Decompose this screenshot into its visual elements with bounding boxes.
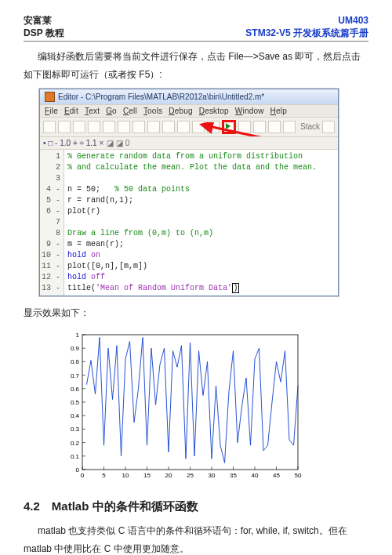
svg-text:0: 0 <box>81 472 85 479</box>
code-line: Draw a line from (0,m) to (n,m) <box>67 228 317 239</box>
svg-text:0.5: 0.5 <box>71 399 80 406</box>
code-line: plot([0,n],[m,m]) <box>67 261 317 272</box>
code-line: r = rand(n,1); <box>67 195 317 206</box>
svg-text:0.8: 0.8 <box>71 358 80 365</box>
svg-text:50: 50 <box>295 472 302 479</box>
tool-icon[interactable] <box>253 121 266 133</box>
svg-text:0.1: 0.1 <box>71 453 80 460</box>
line-number: 9 - <box>42 239 60 250</box>
line-number: 1 <box>42 151 60 162</box>
menu-file[interactable]: File <box>45 107 58 115</box>
svg-text:0.9: 0.9 <box>71 345 80 352</box>
header-rule <box>24 41 368 42</box>
cell-controls: • □ - 1.0 + ÷ 1.1 × <box>43 139 103 147</box>
section-title: 4.2 Matlab 中的条件和循环函数 <box>24 499 368 514</box>
editor-toolbar: Stack <box>40 118 338 137</box>
svg-text:45: 45 <box>273 472 280 479</box>
svg-text:0.2: 0.2 <box>71 439 80 446</box>
paste-icon[interactable] <box>118 121 130 133</box>
cut-icon[interactable] <box>88 121 100 133</box>
svg-text:0.7: 0.7 <box>71 372 80 379</box>
menu-window[interactable]: Window <box>235 107 264 115</box>
redo-icon[interactable] <box>147 121 160 133</box>
stack-label: Stack <box>300 122 320 131</box>
line-number: 3 <box>42 173 60 184</box>
open-file-icon[interactable] <box>58 121 71 133</box>
menu-help[interactable]: Help <box>270 107 287 115</box>
svg-text:25: 25 <box>187 472 194 479</box>
code-line <box>67 217 317 228</box>
code-area: 1234 -5 -6 -789 -10 -11 -12 -13 - % Gene… <box>40 150 338 296</box>
code-line: % Generate random data from a uniform di… <box>67 151 317 162</box>
svg-text:0: 0 <box>76 466 80 473</box>
line-number: 7 <box>42 217 60 228</box>
fx-icon[interactable] <box>322 121 335 133</box>
line-number: 5 - <box>42 195 60 206</box>
undo-icon[interactable] <box>132 121 145 133</box>
svg-text:15: 15 <box>143 472 151 479</box>
tool-icon[interactable] <box>268 121 281 133</box>
svg-text:40: 40 <box>252 472 259 479</box>
line-number: 11 - <box>42 261 60 272</box>
caption-after-editor: 显示效果如下： <box>24 304 368 322</box>
breakpoint-icon[interactable] <box>192 121 205 133</box>
code-line: % and calculate the mean. Plot the data … <box>67 162 317 173</box>
copy-icon[interactable] <box>103 121 115 133</box>
code-line <box>67 173 317 184</box>
section-body: matlab 也支持类似 C 语言中的条件和循环语句：for, while, i… <box>24 522 368 555</box>
svg-rect-1 <box>82 335 298 470</box>
code-line: m = mean(r); <box>67 239 317 250</box>
line-number: 2 <box>42 162 60 173</box>
find-icon[interactable] <box>177 121 190 133</box>
menu-desktop[interactable]: Desktop <box>199 107 229 115</box>
run-icon[interactable] <box>222 120 236 134</box>
tool-icon[interactable] <box>238 121 251 133</box>
brand: 安富莱 <box>24 14 64 27</box>
line-number: 8 <box>42 228 60 239</box>
menu-go[interactable]: Go <box>106 107 117 115</box>
editor-menubar: FileEditTextGoCellToolsDebugDesktopWindo… <box>40 104 338 118</box>
line-number: 6 - <box>42 206 60 217</box>
svg-text:20: 20 <box>165 472 172 479</box>
doc-id: UM403 <box>245 14 368 27</box>
editor-toolbar-2: • □ - 1.0 + ÷ 1.1 × ◪ ◪ 0 <box>40 137 338 150</box>
cell-run-icon[interactable]: ◪ ◪ 0 <box>107 139 129 147</box>
code-line: plot(r) <box>67 206 317 217</box>
result-chart: 0510152025303540455000.10.20.30.40.50.60… <box>55 328 306 485</box>
matlab-icon <box>45 92 55 102</box>
menu-tools[interactable]: Tools <box>143 107 162 115</box>
intro-paragraph: 编辑好函数后需要将当前文件进行保存，点击 File—>Save as 即可，然后… <box>24 48 368 84</box>
step-icon[interactable] <box>207 121 220 133</box>
save-icon[interactable] <box>73 121 85 133</box>
svg-text:0.3: 0.3 <box>71 426 80 433</box>
menu-debug[interactable]: Debug <box>169 107 192 115</box>
svg-text:1: 1 <box>76 332 80 339</box>
editor-title: Editor - C:\Program Files\MATLAB\R2012a\… <box>58 92 264 101</box>
code-line: n = 50; % 50 data points <box>67 184 317 195</box>
svg-text:35: 35 <box>230 472 237 479</box>
editor-titlebar: Editor - C:\Program Files\MATLAB\R2012a\… <box>40 89 338 104</box>
code-line: title('Mean of Random Uniform Data') <box>67 283 317 294</box>
doc-series: DSP 教程 <box>24 27 64 39</box>
svg-text:0.4: 0.4 <box>71 412 80 419</box>
line-number: 10 - <box>42 250 60 261</box>
menu-cell[interactable]: Cell <box>123 107 137 115</box>
new-file-icon[interactable] <box>43 121 56 133</box>
svg-text:5: 5 <box>102 472 106 479</box>
svg-text:10: 10 <box>122 472 129 479</box>
line-number: 4 - <box>42 184 60 195</box>
doc-subtitle: STM32-V5 开发板系统篇手册 <box>245 27 368 39</box>
line-number: 13 - <box>42 283 60 294</box>
svg-text:0.6: 0.6 <box>71 386 80 393</box>
menu-text[interactable]: Text <box>85 107 100 115</box>
menu-edit[interactable]: Edit <box>64 107 78 115</box>
line-number: 12 - <box>42 272 60 283</box>
code-line: hold on <box>67 250 317 261</box>
tool-icon[interactable] <box>283 121 296 133</box>
print-icon[interactable] <box>162 121 175 133</box>
svg-text:30: 30 <box>209 472 216 479</box>
matlab-editor: Editor - C:\Program Files\MATLAB\R2012a\… <box>39 89 339 296</box>
code-line: hold off <box>67 272 317 283</box>
